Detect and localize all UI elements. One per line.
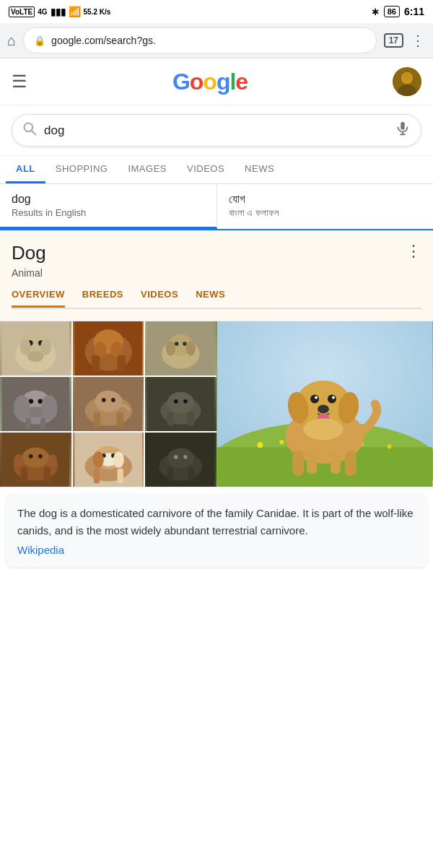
- google-logo: Google: [172, 69, 248, 95]
- status-right: ∗ 86 6:11: [371, 6, 424, 17]
- gallery-image-4[interactable]: [0, 377, 71, 431]
- kp-subtitle: Animal: [12, 267, 46, 279]
- lang-option-bengali[interactable]: যোগ বাংলা এ ফলাফল: [217, 184, 434, 229]
- tab-videos[interactable]: VIDEOS: [177, 156, 235, 183]
- hamburger-menu-icon[interactable]: ☰: [12, 71, 27, 92]
- tab-all[interactable]: ALL: [6, 156, 45, 183]
- svg-point-3: [402, 72, 412, 82]
- svg-rect-99: [292, 451, 304, 476]
- kp-tab-overview[interactable]: OVERVIEW: [12, 289, 65, 308]
- svg-point-95: [315, 396, 318, 399]
- carrier-label: VoLTE: [9, 6, 35, 17]
- svg-point-59: [38, 454, 43, 459]
- svg-point-45: [111, 398, 115, 402]
- gallery-main-image[interactable]: [216, 321, 433, 487]
- svg-rect-102: [331, 452, 341, 474]
- svg-point-38: [41, 395, 58, 420]
- lock-icon: 🔒: [34, 35, 45, 46]
- address-bar[interactable]: 🔒 google.com/search?gs.: [23, 27, 377, 53]
- svg-point-27: [175, 342, 179, 346]
- description-text: The dog is a domesticated carnivore of t…: [17, 505, 416, 539]
- kp-tab-breeds[interactable]: BREEDS: [82, 289, 123, 308]
- svg-point-93: [310, 395, 319, 404]
- svg-point-58: [29, 454, 33, 459]
- status-bar: VoLTE 4G ▮▮▮ 📶 55.2 K/s ∗ 86 6:11: [0, 0, 433, 23]
- svg-point-77: [174, 455, 178, 459]
- search-icon: [22, 121, 37, 139]
- search-query[interactable]: dog: [44, 123, 388, 138]
- user-avatar[interactable]: [393, 67, 421, 96]
- bluetooth-icon: ∗: [371, 6, 380, 17]
- wifi-speed: 55.2 K/s: [84, 8, 111, 16]
- svg-point-85: [279, 440, 284, 444]
- svg-point-51: [174, 399, 178, 404]
- home-icon[interactable]: ⌂: [7, 32, 16, 49]
- browser-menu-icon[interactable]: ⋮: [411, 32, 426, 49]
- logo-o2: o: [203, 69, 216, 95]
- gallery-grid: [0, 321, 216, 487]
- tab-shopping[interactable]: SHOPPING: [45, 156, 118, 183]
- gallery-image-5[interactable]: [73, 377, 144, 431]
- svg-rect-39: [25, 417, 31, 430]
- kp-tab-videos[interactable]: VIDEOS: [141, 289, 178, 308]
- svg-rect-46: [93, 412, 100, 428]
- svg-point-16: [40, 339, 51, 355]
- search-tabs: ALL SHOPPING IMAGES VIDEOS NEWS: [0, 156, 433, 184]
- kp-tab-news[interactable]: NEWS: [196, 289, 225, 308]
- tab-images[interactable]: IMAGES: [118, 156, 177, 183]
- lang-option-english[interactable]: dog Results in English: [0, 184, 217, 229]
- svg-point-37: [14, 395, 30, 420]
- gallery-image-9[interactable]: [145, 433, 216, 487]
- svg-point-71: [113, 451, 124, 468]
- svg-rect-61: [44, 467, 51, 482]
- svg-rect-53: [167, 412, 174, 426]
- svg-point-96: [332, 396, 335, 399]
- url-text: google.com/search?gs.: [51, 35, 366, 46]
- browser-bar: ⌂ 🔒 google.com/search?gs. 17 ⋮: [0, 23, 433, 58]
- gallery-image-1[interactable]: [0, 321, 71, 376]
- svg-point-78: [183, 455, 188, 459]
- svg-point-52: [183, 399, 188, 404]
- svg-point-70: [92, 451, 103, 468]
- svg-rect-101: [307, 452, 317, 474]
- gallery-image-2[interactable]: [73, 321, 144, 376]
- tab-news[interactable]: NEWS: [235, 156, 284, 183]
- svg-rect-54: [188, 412, 194, 426]
- svg-point-15: [20, 339, 31, 355]
- svg-rect-72: [93, 469, 99, 484]
- status-left: VoLTE 4G ▮▮▮ 📶 55.2 K/s: [9, 6, 110, 17]
- kp-tabs: OVERVIEW BREEDS VIDEOS NEWS: [12, 289, 421, 309]
- svg-point-30: [186, 341, 196, 356]
- signal-4g: 4G: [38, 8, 47, 16]
- wifi-icon: 📶: [69, 6, 81, 17]
- gallery-image-8[interactable]: [73, 433, 144, 487]
- knowledge-panel: Dog Animal ⋮ OVERVIEW BREEDS VIDEOS NEWS: [0, 230, 433, 321]
- image-gallery[interactable]: [0, 321, 433, 487]
- svg-point-29: [166, 341, 175, 356]
- svg-point-84: [257, 442, 263, 448]
- svg-point-44: [102, 398, 106, 402]
- svg-point-28: [183, 342, 187, 346]
- search-box[interactable]: dog: [12, 114, 421, 147]
- svg-rect-6: [401, 122, 405, 130]
- gallery-image-3[interactable]: [145, 321, 216, 376]
- svg-point-50: [167, 392, 195, 414]
- kp-header: Dog Animal ⋮: [12, 242, 421, 279]
- gallery-image-6[interactable]: [145, 377, 216, 431]
- kp-title-group: Dog Animal: [12, 242, 46, 279]
- gallery-image-7[interactable]: [0, 433, 71, 487]
- microphone-icon[interactable]: [395, 121, 411, 140]
- svg-point-63: [48, 454, 57, 468]
- wikipedia-link[interactable]: Wikipedia: [17, 544, 416, 556]
- tab-count[interactable]: 17: [384, 33, 403, 48]
- search-container: dog: [0, 105, 433, 156]
- svg-rect-22: [92, 355, 100, 372]
- svg-point-87: [388, 444, 392, 448]
- svg-rect-79: [167, 468, 173, 482]
- google-header: ☰ Google: [0, 58, 433, 105]
- svg-rect-40: [40, 417, 46, 430]
- kp-title: Dog: [12, 242, 46, 264]
- lang-bengali-subtitle: বাংলা এ ফলাফল: [229, 207, 422, 219]
- svg-line-5: [32, 131, 35, 134]
- kp-more-options-icon[interactable]: ⋮: [406, 242, 421, 261]
